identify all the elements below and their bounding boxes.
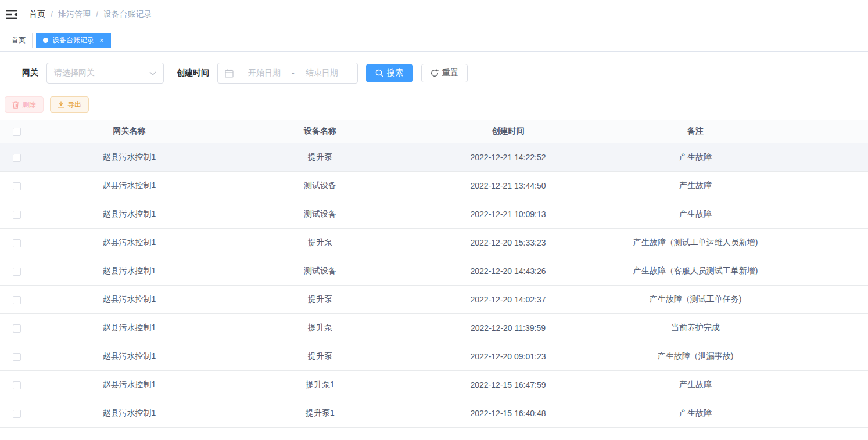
row-checkbox-cell	[0, 342, 33, 370]
select-all-cell	[0, 120, 33, 143]
cell-gateway-name: 赵县污水控制1	[33, 342, 226, 370]
export-button[interactable]: 导出	[50, 96, 89, 113]
trash-icon	[12, 101, 19, 109]
row-checkbox[interactable]	[13, 211, 21, 219]
column-header-gateway: 网关名称	[33, 120, 226, 143]
reset-button-label: 重置	[442, 68, 458, 78]
cell-created-time: 2022-12-20 15:33:23	[414, 228, 602, 257]
column-header-device: 设备名称	[226, 120, 414, 143]
breadcrumb: 首页/排污管理/设备台账记录	[29, 9, 152, 20]
cell-device-name: 提升泵	[226, 285, 414, 313]
cell-device-name: 提升泵	[226, 342, 414, 370]
table-header-row: 网关名称 设备名称 创建时间 备注	[0, 120, 868, 143]
table-body: 赵县污水控制1 提升泵 2022-12-21 14:22:52 产生故障 赵县污…	[0, 143, 868, 427]
cell-created-time: 2022-12-21 13:44:50	[414, 171, 602, 200]
delete-button-label: 删除	[22, 100, 36, 110]
row-checkbox-cell	[0, 200, 33, 228]
breadcrumb-item[interactable]: 排污管理	[58, 9, 91, 20]
export-button-label: 导出	[67, 100, 81, 110]
breadcrumb-item[interactable]: 首页	[29, 9, 45, 20]
calendar-icon	[225, 69, 234, 78]
cell-remark: 产生故障（泄漏事故)	[602, 342, 789, 370]
cell-gateway-name: 赵县污水控制1	[33, 313, 226, 342]
action-bar: 删除 导出	[5, 96, 868, 113]
cell-gateway-name: 赵县污水控制1	[33, 399, 226, 427]
created-time-label: 创建时间	[177, 68, 209, 78]
row-checkbox[interactable]	[13, 239, 21, 247]
table-row: 赵县污水控制1 测试设备 2022-12-21 10:09:13 产生故障	[0, 200, 868, 228]
cell-device-name: 测试设备	[226, 200, 414, 228]
cell-filler	[789, 285, 868, 313]
table-row: 赵县污水控制1 测试设备 2022-12-20 14:43:26 产生故障（客服…	[0, 257, 868, 285]
row-checkbox[interactable]	[13, 410, 21, 418]
cell-created-time: 2022-12-21 14:22:52	[414, 143, 602, 171]
search-button[interactable]: 搜索	[366, 64, 413, 82]
cell-filler	[789, 370, 868, 399]
gateway-select[interactable]: 请选择网关	[46, 63, 164, 84]
table-row: 赵县污水控制1 提升泵 2022-12-20 09:01:23 产生故障（泄漏事…	[0, 342, 868, 370]
column-header-filler	[789, 120, 868, 143]
row-checkbox-cell	[0, 370, 33, 399]
reset-button[interactable]: 重置	[421, 64, 468, 82]
row-checkbox[interactable]	[13, 324, 21, 333]
row-checkbox[interactable]	[13, 381, 21, 389]
cell-created-time: 2022-12-20 14:43:26	[414, 257, 602, 285]
cell-device-name: 提升泵	[226, 313, 414, 342]
breadcrumb-item[interactable]: 设备台账记录	[103, 9, 152, 20]
row-checkbox-cell	[0, 171, 33, 200]
date-range-separator: -	[292, 68, 295, 78]
date-range-input[interactable]: 开始日期 - 结束日期	[217, 63, 358, 84]
gateway-label: 网关	[22, 68, 38, 78]
records-table: 网关名称 设备名称 创建时间 备注 赵县污水控制1 提升泵 2022-12-21…	[0, 120, 868, 428]
table-row: 赵县污水控制1 提升泵 2022-12-20 11:39:59 当前养护完成	[0, 313, 868, 342]
search-button-label: 搜索	[387, 68, 403, 78]
cell-gateway-name: 赵县污水控制1	[33, 228, 226, 257]
cell-remark: 产生故障	[602, 399, 789, 427]
select-all-checkbox[interactable]	[13, 128, 21, 136]
cell-created-time: 2022-12-20 14:02:37	[414, 285, 602, 313]
delete-button[interactable]: 删除	[5, 96, 44, 113]
cell-gateway-name: 赵县污水控制1	[33, 370, 226, 399]
tab-label: 首页	[12, 35, 26, 45]
date-start-placeholder[interactable]: 开始日期	[243, 68, 286, 78]
table-row: 赵县污水控制1 测试设备 2022-12-21 13:44:50 产生故障	[0, 171, 868, 200]
cell-remark: 产生故障（测试工单运维人员新增)	[602, 228, 789, 257]
cell-gateway-name: 赵县污水控制1	[33, 257, 226, 285]
table-row: 赵县污水控制1 提升泵 2022-12-20 14:02:37 产生故障（测试工…	[0, 285, 868, 313]
cell-remark: 产生故障	[602, 200, 789, 228]
row-checkbox-cell	[0, 285, 33, 313]
cell-created-time: 2022-12-21 10:09:13	[414, 200, 602, 228]
row-checkbox[interactable]	[13, 268, 21, 276]
tab-close-icon[interactable]: ×	[99, 37, 104, 44]
cell-device-name: 提升泵	[226, 143, 414, 171]
tab-首页[interactable]: 首页	[5, 33, 33, 48]
row-checkbox[interactable]	[13, 154, 21, 162]
table-row: 赵县污水控制1 提升泵1 2022-12-15 16:47:59 产生故障	[0, 370, 868, 399]
cell-device-name: 提升泵1	[226, 399, 414, 427]
active-tab-dot	[43, 38, 48, 43]
breadcrumb-separator: /	[96, 10, 98, 19]
refresh-icon	[431, 69, 439, 77]
cell-filler	[789, 171, 868, 200]
cell-remark: 产生故障（测试工单任务)	[602, 285, 789, 313]
topbar: 首页/排污管理/设备台账记录	[0, 0, 868, 29]
cell-gateway-name: 赵县污水控制1	[33, 143, 226, 171]
tab-设备台账记录[interactable]: 设备台账记录×	[36, 33, 111, 48]
cell-created-time: 2022-12-20 11:39:59	[414, 313, 602, 342]
cell-device-name: 测试设备	[226, 171, 414, 200]
row-checkbox[interactable]	[13, 296, 21, 304]
filter-bar: 网关 请选择网关 创建时间 开始日期 - 结束日期 搜索	[22, 63, 868, 84]
row-checkbox-cell	[0, 143, 33, 171]
row-checkbox[interactable]	[13, 182, 21, 190]
cell-device-name: 提升泵	[226, 228, 414, 257]
row-checkbox[interactable]	[13, 353, 21, 361]
download-icon	[58, 101, 64, 108]
row-checkbox-cell	[0, 313, 33, 342]
row-checkbox-cell	[0, 399, 33, 427]
date-end-placeholder[interactable]: 结束日期	[300, 68, 343, 78]
menu-fold-icon[interactable]	[5, 9, 18, 20]
cell-remark: 产生故障（客服人员测试工单新增)	[602, 257, 789, 285]
cell-device-name: 提升泵1	[226, 370, 414, 399]
row-checkbox-cell	[0, 257, 33, 285]
gateway-select-placeholder: 请选择网关	[54, 68, 95, 78]
